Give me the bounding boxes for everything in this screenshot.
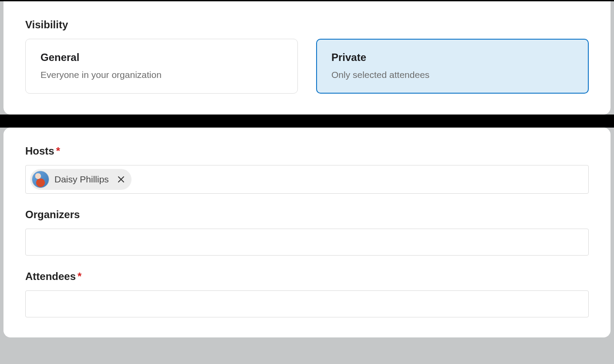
visibility-option-private[interactable]: Private Only selected attendees [316,39,589,94]
hosts-field: Hosts* Daisy Phillips [25,145,589,194]
organizers-input[interactable] [25,229,589,256]
attendees-field: Attendees* [25,270,589,317]
hosts-input[interactable]: Daisy Phillips [25,165,589,194]
host-chip-label: Daisy Phillips [54,174,109,185]
participants-card: Hosts* Daisy Phillips Organizers [3,128,611,337]
visibility-option-title: Private [331,51,574,64]
host-chip[interactable]: Daisy Phillips [30,169,132,190]
attendees-text-input[interactable] [30,299,584,310]
hosts-label: Hosts* [25,145,589,157]
required-asterisk: * [56,145,60,157]
card-gap [0,115,614,128]
visibility-option-desc: Only selected attendees [331,70,574,80]
visibility-card: Visibility General Everyone in your orga… [3,1,611,115]
visibility-option-desc: Everyone in your organization [40,70,283,80]
avatar [32,171,49,188]
visibility-label: Visibility [25,19,589,31]
hosts-text-input[interactable] [135,174,584,185]
required-asterisk: * [78,270,81,282]
attendees-input[interactable] [25,290,589,317]
form-viewport: Visibility General Everyone in your orga… [0,0,614,364]
close-icon[interactable] [116,174,126,185]
hosts-label-text: Hosts [25,145,54,157]
organizers-text-input[interactable] [30,237,584,248]
attendees-label-text: Attendees [25,270,76,282]
visibility-option-general[interactable]: General Everyone in your organization [25,39,298,94]
organizers-field: Organizers [25,209,589,256]
visibility-options-row: General Everyone in your organization Pr… [25,39,589,94]
organizers-label: Organizers [25,209,589,221]
visibility-option-title: General [40,51,283,64]
attendees-label: Attendees* [25,270,589,283]
organizers-label-text: Organizers [25,209,80,220]
